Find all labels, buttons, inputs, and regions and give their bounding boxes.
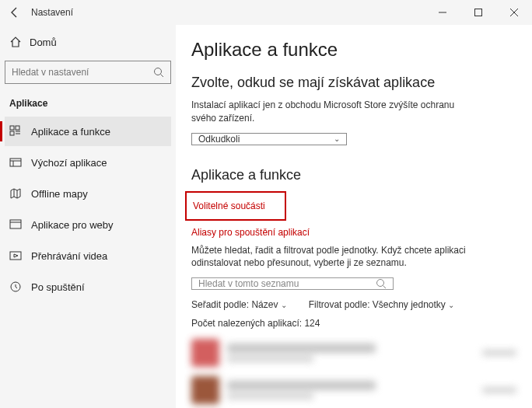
svg-rect-5 bbox=[16, 126, 19, 130]
home-button[interactable]: Domů bbox=[5, 28, 171, 56]
svg-rect-9 bbox=[10, 159, 21, 166]
sidebar-item-label: Po spuštění bbox=[31, 281, 85, 293]
highlight-box: Volitelné součásti bbox=[185, 191, 286, 221]
app-row[interactable] bbox=[191, 337, 516, 369]
svg-line-3 bbox=[161, 75, 164, 78]
sidebar-item-offline-maps[interactable]: Offline mapy bbox=[5, 179, 171, 208]
sidebar-nav: Aplikace a funkce Výchozí aplikace Offli… bbox=[5, 117, 171, 303]
chevron-down-icon: ⌄ bbox=[334, 134, 340, 143]
startup-icon bbox=[9, 281, 22, 293]
app-count: Počet nalezených aplikací: 124 bbox=[191, 318, 516, 329]
app-list bbox=[191, 337, 516, 408]
svg-rect-14 bbox=[10, 252, 21, 260]
arrow-left-icon bbox=[9, 6, 21, 19]
settings-search[interactable] bbox=[5, 61, 171, 84]
sidebar-item-video-playback[interactable]: Přehrávání videa bbox=[5, 241, 171, 270]
home-icon bbox=[9, 36, 22, 48]
svg-line-17 bbox=[383, 286, 387, 289]
window-buttons bbox=[425, 0, 532, 25]
apps-icon bbox=[9, 125, 22, 138]
back-button[interactable] bbox=[5, 2, 25, 23]
app-row[interactable] bbox=[191, 374, 516, 406]
map-icon bbox=[9, 187, 22, 200]
titlebar: Nastavení bbox=[0, 0, 532, 25]
chevron-down-icon: ⌄ bbox=[281, 301, 287, 309]
settings-search-input[interactable] bbox=[12, 67, 153, 78]
svg-point-16 bbox=[377, 280, 384, 287]
maximize-icon bbox=[474, 9, 482, 16]
source-heading: Zvolte, odkud se mají získávat aplikace bbox=[191, 75, 516, 91]
minimize-icon bbox=[439, 9, 446, 16]
apps-section-heading: Aplikace a funkce bbox=[191, 167, 516, 183]
svg-rect-12 bbox=[10, 220, 21, 228]
sidebar-item-apps-for-web[interactable]: Aplikace pro weby bbox=[5, 210, 171, 239]
page-title: Aplikace a funkce bbox=[191, 39, 516, 61]
svg-rect-4 bbox=[10, 126, 14, 130]
search-icon bbox=[153, 67, 164, 78]
list-description: Můžete hledat, řadit a filtrovat podle j… bbox=[191, 244, 471, 270]
source-dropdown[interactable]: Odkudkoli ⌄ bbox=[191, 133, 347, 145]
close-button[interactable] bbox=[496, 0, 532, 25]
close-icon bbox=[510, 9, 518, 16]
svg-point-2 bbox=[155, 68, 162, 75]
svg-rect-6 bbox=[10, 131, 14, 135]
video-icon bbox=[9, 249, 22, 262]
maximize-button[interactable] bbox=[460, 0, 496, 25]
sidebar-item-default-apps[interactable]: Výchozí aplikace bbox=[5, 148, 171, 177]
main-content: Aplikace a funkce Zvolte, odkud se mají … bbox=[176, 25, 532, 408]
app-aliases-link[interactable]: Aliasy pro spouštění aplikací bbox=[191, 227, 516, 238]
default-apps-icon bbox=[9, 156, 22, 169]
sidebar-item-apps-features[interactable]: Aplikace a funkce bbox=[5, 117, 171, 146]
optional-features-link[interactable]: Volitelné součásti bbox=[193, 201, 278, 211]
window-title: Nastavení bbox=[31, 7, 73, 18]
filter-control[interactable]: Filtrovat podle: Všechny jednotky ⌄ bbox=[309, 299, 454, 310]
sidebar-item-label: Výchozí aplikace bbox=[31, 157, 107, 169]
app-list-search[interactable]: Hledat v tomto seznamu bbox=[191, 277, 394, 290]
source-dropdown-value: Odkudkoli bbox=[198, 134, 240, 145]
svg-rect-1 bbox=[475, 9, 482, 16]
home-label: Domů bbox=[30, 37, 57, 48]
app-list-search-placeholder: Hledat v tomto seznamu bbox=[198, 278, 299, 289]
sidebar-item-label: Offline mapy bbox=[31, 188, 88, 200]
sidebar-item-label: Přehrávání videa bbox=[31, 250, 107, 262]
sidebar-section-label: Aplikace bbox=[5, 92, 171, 117]
sort-control[interactable]: Seřadit podle: Název ⌄ bbox=[191, 299, 287, 310]
chevron-down-icon: ⌄ bbox=[448, 301, 454, 309]
web-apps-icon bbox=[9, 218, 22, 231]
minimize-button[interactable] bbox=[425, 0, 460, 25]
source-description: Instalací aplikací jen z obchodu Microso… bbox=[191, 99, 471, 125]
search-icon bbox=[376, 278, 387, 289]
sidebar-item-label: Aplikace pro weby bbox=[31, 219, 114, 231]
sidebar-item-startup[interactable]: Po spuštění bbox=[5, 272, 171, 302]
sort-filter-row: Seřadit podle: Název ⌄ Filtrovat podle: … bbox=[191, 299, 516, 310]
sidebar: Domů Aplikace Aplikace a funkce Výchozí … bbox=[0, 25, 176, 408]
sidebar-item-label: Aplikace a funkce bbox=[31, 126, 110, 138]
